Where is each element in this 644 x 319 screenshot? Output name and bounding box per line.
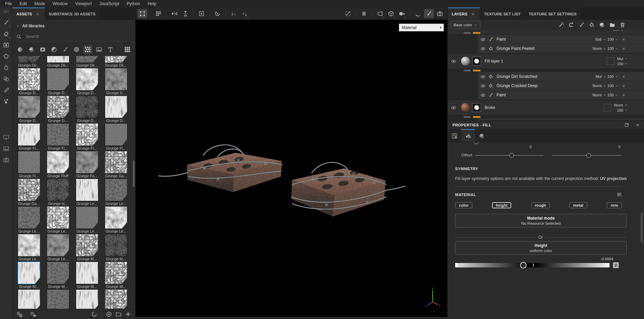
blend-mode-select[interactable]: Sub [591,37,602,41]
mirror-horizontal-icon[interactable] [170,9,179,18]
camera-view-icon[interactable] [397,9,407,18]
drag-handle[interactable] [3,10,9,13]
float-panel-icon[interactable] [624,122,629,127]
height-gradient-slider[interactable] [455,263,610,267]
opacity-select[interactable]: 100 [607,84,614,88]
add-effect-icon[interactable] [558,22,564,28]
opacity-select[interactable]: 100 [607,93,614,97]
axis-gizmo[interactable]: y x z [423,287,442,308]
eraser-tool[interactable] [2,29,11,38]
asset-thumbnail[interactable]: Grunge D... [101,96,130,123]
height-slider-knob[interactable] [520,262,527,268]
asset-thumbnail[interactable]: Grunge D... [43,96,72,123]
opacity-select[interactable]: 100 [617,108,623,112]
asset-thumbnail[interactable]: Grunge M... [101,262,130,289]
menu-item[interactable]: Edit [16,0,31,8]
asset-thumbnail[interactable]: Grunge Dir... [43,56,72,68]
delete-layer-icon[interactable] [619,22,626,28]
layer-material-thumbnail[interactable] [461,103,470,112]
asset-thumbnail[interactable]: Grunge M... [72,234,101,261]
tab-symmetry-icon[interactable] [461,129,475,142]
camera-panel-icon[interactable] [2,155,11,164]
asset-thumbnail[interactable]: Grunge Le... [14,206,43,234]
close-icon[interactable]: × [636,122,639,128]
projection-tool[interactable] [2,41,11,50]
asset-grid-scroll[interactable]: Grunge Dir... Grunge Dir... Grunge Dir..… [14,56,131,309]
layer-row-partial[interactable]: 100 ⌄ [448,30,644,35]
visibility-icon[interactable] [480,74,486,79]
height-slider-value[interactable]: -0.0694 [584,257,613,261]
particles-tool[interactable] [2,97,11,106]
layer-row[interactable]: Broke Norm 100 × Norm 100 [448,100,644,115]
search-input[interactable] [25,34,112,39]
menu-item[interactable]: Viewport [71,0,95,8]
asset-thumbnail[interactable]: Grunge M... [14,289,43,309]
asset-thumbnail[interactable]: Grunge Le... [101,179,130,206]
delete-effect-button[interactable]: × [622,46,625,51]
asset-thumbnail[interactable]: Grunge Fo... [72,151,101,178]
layer-material-thumbnail[interactable] [461,57,470,66]
symmetry-settings-icon[interactable] [240,9,249,18]
add-fill-layer-icon[interactable] [589,22,595,28]
filter-alphas-icon[interactable] [38,45,47,54]
tab-material-icon[interactable] [475,129,489,142]
asset-thumbnail[interactable]: Grunge D... [14,96,43,123]
grid-view-icon[interactable] [123,45,132,54]
filter-brushes-icon[interactable] [61,45,70,54]
filter-textures-icon[interactable] [83,45,92,54]
asset-thumbnail[interactable]: Grunge D... [72,68,101,95]
asset-thumbnail[interactable]: Grunge M... [101,289,130,309]
solo-mode-icon[interactable] [386,9,396,18]
menu-item[interactable]: Window [49,0,71,8]
material-mode-button[interactable]: Material mode No Resource Selected [455,214,627,227]
asset-thumbnail[interactable]: Grunge Dir... [14,56,43,68]
layer-name[interactable]: Grunge Dirt Scratched [496,74,537,79]
layer-row[interactable]: Paint Sub 100 × Sub 100 [478,35,644,44]
delete-effect-button[interactable]: × [622,83,625,88]
pause-engine-icon[interactable] [359,9,369,18]
tab-texture-set-settings[interactable]: TEXTURE SET SETTINGS [525,8,581,20]
layer-mask-thumbnail[interactable] [472,57,481,66]
symmetry-icon[interactable] [229,9,238,18]
3d-model-bricks[interactable] [136,20,447,317]
blend-mode-select[interactable]: Norm [591,46,602,51]
polygon-fill-tool[interactable] [2,52,11,61]
tab-assets[interactable]: ASSETS × [12,8,45,20]
layer-name[interactable]: Fill layer 1 [485,59,503,64]
opacity-select[interactable]: 100 [607,74,614,79]
asset-thumbnail[interactable]: Grunge Le... [14,234,43,261]
tile-pattern-icon[interactable] [154,9,163,18]
viewport-canvas[interactable]: Material ▾ y x z [136,20,447,317]
asset-thumbnail[interactable]: Grunge Fi... [14,123,43,151]
asset-thumbnail[interactable]: Grunge Dir... [72,56,101,68]
add-group-icon[interactable] [609,22,615,28]
asset-thumbnail[interactable]: Grunge Fi... [101,123,130,151]
opacity-select[interactable]: 100 [607,46,614,51]
filter-smart-materials-icon[interactable] [27,45,36,54]
channel-button[interactable]: rough [531,202,550,208]
transform-select-icon[interactable] [138,9,147,18]
menu-item[interactable]: JavaScript [96,0,123,8]
asset-thumbnail[interactable]: Grunge Fluff [43,151,72,178]
opacity-select[interactable]: 100 [607,37,614,41]
layer-name[interactable]: Broke [485,105,495,110]
tab-fill-parameters-icon[interactable] [448,129,461,142]
asset-thumbnail[interactable]: Grunge M... [101,234,130,261]
asset-thumbnail[interactable]: Grunge Ga... [101,151,130,178]
offset-value-2[interactable]: 0 [618,145,620,149]
asset-thumbnail[interactable]: Grunge Fi... [72,123,101,151]
import-folder-icon[interactable] [29,310,37,318]
layer-row[interactable]: Grunge Dirt Scratched Mul 100 × Mul 100 [478,72,644,81]
tab-layers[interactable]: LAYERS × [448,8,480,20]
asset-thumbnail[interactable]: Grunge M... [72,262,101,289]
layer-name[interactable]: Paint [496,93,506,97]
stencil-visibility-icon[interactable] [343,9,353,18]
asset-thumbnail[interactable]: Grunge Fi... [43,123,72,151]
filter-materials-icon[interactable] [16,45,25,54]
channel-button[interactable]: nrm [607,202,622,208]
add-mask-icon[interactable] [568,22,574,28]
asset-thumbnail[interactable]: Grunge Le... [72,206,101,234]
menu-item[interactable]: Mode [31,0,49,8]
blend-mode-select[interactable]: Norm [591,93,602,97]
asset-thumbnail[interactable]: Grunge Le... [43,234,72,261]
